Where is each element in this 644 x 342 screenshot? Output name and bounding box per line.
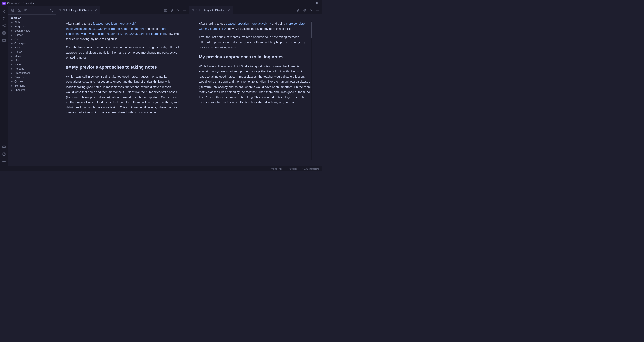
calendar-button[interactable] bbox=[1, 37, 7, 44]
sidebar-item-thoughts[interactable]: ▶ Thoughts bbox=[8, 88, 56, 92]
chevron-icon: ▶ bbox=[11, 85, 13, 87]
sidebar-item-concepts[interactable]: ▶ Concepts bbox=[8, 41, 56, 46]
file-icon bbox=[59, 9, 61, 12]
svg-point-6 bbox=[5, 24, 6, 25]
close-right-pane-button[interactable]: ✕ bbox=[308, 8, 314, 13]
right-tab-title: Note taking with Obsidian bbox=[196, 9, 226, 12]
sidebar-item-house[interactable]: ▶ House bbox=[8, 50, 56, 54]
sort-button[interactable] bbox=[23, 8, 28, 13]
more-options-right-button[interactable]: ⋯ bbox=[315, 8, 320, 13]
close-button[interactable]: ✕ bbox=[314, 1, 320, 6]
chevron-icon: ▶ bbox=[11, 21, 13, 23]
word-count: 773 words bbox=[287, 168, 298, 170]
chevron-icon: ▶ bbox=[11, 26, 13, 28]
minimize-button[interactable]: ─ bbox=[301, 1, 307, 6]
left-active-tab[interactable]: Note taking with Obsidian ✕ bbox=[56, 6, 100, 14]
left-heading: ## My previous approaches to taking note… bbox=[66, 63, 180, 71]
sidebar-toolbar bbox=[8, 6, 56, 15]
chevron-icon: ▶ bbox=[11, 30, 13, 32]
chevron-icon: ▶ bbox=[11, 38, 13, 40]
sidebar-item-label: Projects bbox=[14, 76, 24, 79]
more-options-left-button[interactable]: ⋯ bbox=[182, 8, 188, 13]
left-paragraph2: Over the last couple of months I've read… bbox=[66, 45, 180, 60]
sidebar-item-persons[interactable]: ▶ Persons bbox=[8, 66, 56, 71]
sidebar-item-label: Concepts bbox=[14, 42, 26, 45]
file-icon-right bbox=[192, 9, 194, 12]
graph-button[interactable] bbox=[1, 22, 7, 29]
right-tab-close[interactable]: ✕ bbox=[227, 8, 231, 12]
svg-line-4 bbox=[5, 19, 6, 20]
sidebar-item-label: Health bbox=[14, 46, 22, 49]
reading-view-button[interactable] bbox=[162, 8, 168, 13]
svg-point-7 bbox=[5, 26, 6, 27]
sidebar-item-quotes[interactable]: ▶ Quotes bbox=[8, 79, 56, 84]
left-editor-pane: Note taking with Obsidian ✕ bbox=[56, 6, 190, 166]
right-scrollbar-thumb[interactable] bbox=[311, 22, 312, 38]
new-file-button[interactable] bbox=[10, 8, 15, 13]
sidebar-item-papers[interactable]: ▶ Papers bbox=[8, 62, 56, 66]
app-icon bbox=[2, 2, 6, 5]
search-button[interactable] bbox=[1, 15, 7, 22]
right-scrollbar-track[interactable] bbox=[311, 21, 312, 160]
left-tab-actions: ✕ ⋯ bbox=[162, 8, 189, 13]
files-button[interactable] bbox=[1, 8, 7, 14]
left-editor-content[interactable]: After starting to use [spaced repetition… bbox=[56, 14, 189, 166]
svg-rect-23 bbox=[12, 9, 14, 12]
backlinks-count: 0 backlinks bbox=[272, 168, 282, 170]
right-tab-bar: Note taking with Obsidian ✕ bbox=[190, 6, 322, 14]
new-folder-button[interactable] bbox=[17, 8, 22, 13]
sidebar-item-label: Sermons bbox=[14, 84, 25, 87]
edit-button-right[interactable] bbox=[296, 8, 301, 13]
right-tab-actions: ✕ ⋯ bbox=[296, 8, 322, 13]
sidebar-item-label: Ideas bbox=[14, 54, 21, 58]
sidebar-item-book-reviews[interactable]: ▶ Book reviews bbox=[8, 28, 56, 33]
activity-bar: ? bbox=[0, 6, 8, 166]
right-link1[interactable]: spaced repetition more actively ↗ bbox=[226, 22, 271, 25]
left-link1[interactable]: [spaced repetition more actively](https:… bbox=[66, 22, 144, 30]
sidebar-item-label: Presentations bbox=[14, 72, 30, 74]
sidebar-item-career[interactable]: ▶ Career bbox=[8, 33, 56, 37]
left-tab-title: Note taking with Obsidian bbox=[63, 9, 92, 12]
link-button-left[interactable] bbox=[169, 8, 175, 13]
sidebar-item-bible[interactable]: ▶ Bible bbox=[8, 20, 56, 24]
sidebar-item-blog-posts[interactable]: ▶ Blog posts bbox=[8, 24, 56, 28]
sidebar-item-label: Papers bbox=[14, 63, 23, 66]
chevron-icon: ▶ bbox=[11, 76, 13, 78]
right-active-tab[interactable]: Note taking with Obsidian ✕ bbox=[190, 6, 233, 14]
chevron-icon: ▶ bbox=[11, 55, 13, 57]
table-button[interactable] bbox=[1, 30, 7, 36]
help-button[interactable]: ? bbox=[1, 151, 7, 157]
chevron-icon: ▶ bbox=[11, 59, 13, 61]
settings-button[interactable] bbox=[1, 158, 7, 164]
close-left-pane-button[interactable]: ✕ bbox=[176, 8, 181, 13]
link-button-right[interactable] bbox=[302, 8, 308, 13]
sidebar-item-health[interactable]: ▶ Health bbox=[8, 46, 56, 50]
chevron-icon: ▶ bbox=[11, 80, 13, 82]
sidebar-item-projects[interactable]: ▶ Projects bbox=[8, 75, 56, 79]
svg-line-34 bbox=[52, 11, 53, 12]
maximize-button[interactable]: □ bbox=[308, 1, 313, 6]
sidebar-item-ideas[interactable]: ▶ Ideas bbox=[8, 54, 56, 58]
camera-button[interactable] bbox=[1, 144, 7, 150]
sidebar-item-label: Misc bbox=[14, 59, 20, 62]
svg-point-19 bbox=[4, 147, 5, 148]
sidebar-item-sermons[interactable]: ▶ Sermons bbox=[8, 84, 56, 88]
right-content-inner: After starting to use spaced repetition … bbox=[199, 21, 311, 160]
vault-label: obsidian bbox=[8, 15, 56, 20]
sidebar-item-label: Persons bbox=[14, 67, 24, 70]
sidebar-item-clips[interactable]: ▶ Clips bbox=[8, 37, 56, 41]
sidebar-item-misc[interactable]: ▶ Misc bbox=[8, 58, 56, 62]
left-tab-close[interactable]: ✕ bbox=[94, 8, 98, 12]
chevron-icon: ▶ bbox=[11, 51, 13, 53]
sidebar-item-label: Thoughts bbox=[14, 88, 25, 91]
sidebar-content: obsidian ▶ Bible ▶ Blog posts ▶ Book rev… bbox=[8, 15, 56, 166]
sidebar-search-button[interactable] bbox=[49, 8, 54, 13]
right-editor-content[interactable]: After starting to use spaced repetition … bbox=[190, 14, 322, 166]
sidebar-item-presentations[interactable]: ▶ Presentations bbox=[8, 71, 56, 75]
svg-point-22 bbox=[4, 161, 5, 162]
chevron-icon: ▶ bbox=[11, 42, 13, 44]
title-bar: Obsidian v0.8.0 - obsidian ─ □ ✕ bbox=[0, 0, 322, 6]
sidebar: obsidian ▶ Bible ▶ Blog posts ▶ Book rev… bbox=[8, 6, 56, 166]
svg-point-5 bbox=[2, 25, 4, 26]
svg-line-8 bbox=[4, 25, 5, 26]
